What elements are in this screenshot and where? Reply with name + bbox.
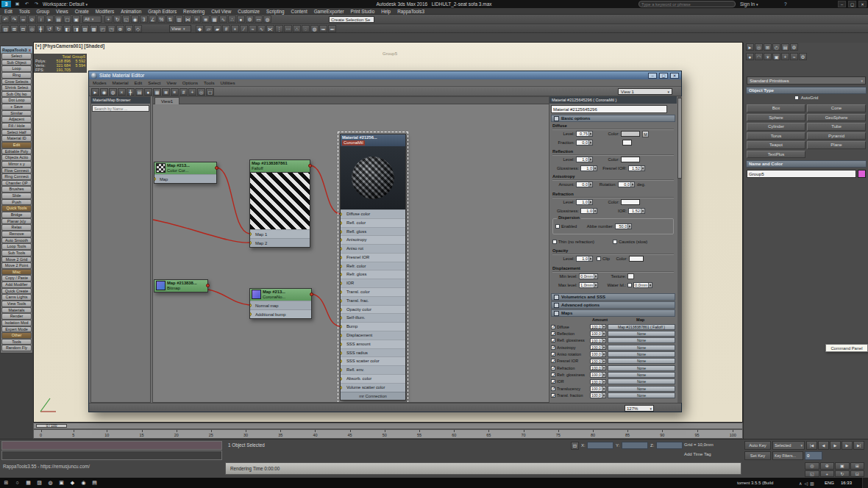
material-slot-row[interactable]: Refl. color: [341, 218, 405, 227]
primitive-button[interactable]: Torus: [747, 132, 805, 140]
caustics-checkbox[interactable]: [613, 240, 617, 244]
rappatools-button[interactable]: Editable Poly: [1, 148, 32, 155]
rappatools-button[interactable]: Brushes: [1, 186, 32, 193]
material-slot-row[interactable]: Diffuse color: [341, 209, 405, 218]
slot-input-dot[interactable]: [154, 177, 156, 181]
bevel-icon[interactable]: ⊖: [125, 25, 133, 32]
map-amount-spinner[interactable]: 100,0: [590, 359, 606, 365]
slot-input-dot[interactable]: [341, 290, 342, 294]
language-indicator[interactable]: ENG: [825, 481, 834, 485]
fov-icon[interactable]: ◱: [805, 470, 819, 478]
slot-input-dot[interactable]: [341, 386, 342, 390]
maxscript-listener-white[interactable]: [1, 451, 222, 460]
pan-icon[interactable]: +: [820, 470, 835, 478]
node-corona-material[interactable]: Material #21256...CoronaMtl Diffuse colo…: [340, 134, 406, 401]
weld-icon[interactable]: ▰: [213, 25, 221, 32]
map-enable-checkbox[interactable]: [551, 373, 555, 377]
primitive-button[interactable]: TextPlus: [747, 151, 805, 159]
freeform-icon[interactable]: ⊟: [19, 25, 27, 32]
rappatools-button[interactable]: Isolation Mod: [1, 320, 32, 326]
layer-manager-icon[interactable]: ≣: [202, 15, 210, 23]
rappatools-button[interactable]: Other: [1, 332, 32, 339]
params-scroll-thumb[interactable]: [677, 98, 682, 179]
rappatools-button[interactable]: Similar: [1, 110, 32, 117]
map-enable-checkbox[interactable]: [551, 352, 555, 356]
node-bitmap[interactable]: Map #213838...Bitmap: [154, 279, 208, 293]
reference-coordinate-dropdown[interactable]: View▾: [169, 25, 191, 32]
menu-item[interactable]: Civil View: [211, 9, 231, 14]
rappatools-button[interactable]: Relax: [1, 224, 32, 231]
slot-input-dot[interactable]: [341, 325, 342, 329]
cameras-icon[interactable]: ▣: [772, 53, 780, 60]
slate-close-button[interactable]: ✕: [670, 73, 679, 79]
zoom-icon[interactable]: ◎: [805, 462, 819, 470]
mirror-icon[interactable]: ⋈: [184, 15, 192, 23]
rappatools-button[interactable]: Select: [1, 53, 32, 60]
rotate-icon[interactable]: ↻: [113, 15, 121, 23]
map-slot-button[interactable]: Map #2138387861 ( Falloff ): [608, 324, 675, 330]
slate-maximize-button[interactable]: ▢: [659, 73, 668, 79]
rappatools-button[interactable]: Cams Lights: [1, 294, 32, 301]
material-slot-row[interactable]: Absorb. color: [341, 374, 405, 383]
slot-input-dot[interactable]: [341, 256, 342, 259]
set-key-button[interactable]: Set Key: [744, 451, 771, 460]
selection-lock-icon[interactable]: ⊡: [571, 442, 579, 450]
slot-input-dot[interactable]: [250, 304, 252, 307]
layout-children-icon[interactable]: ≡: [171, 88, 179, 96]
opacity-level-spinner[interactable]: 1,0: [576, 256, 593, 262]
slot-input-dot[interactable]: [341, 265, 342, 268]
material-slot-row[interactable]: Volume scatter color: [341, 383, 405, 392]
zoom-extents-icon[interactable]: ▣: [835, 462, 850, 470]
material-slot-row[interactable]: Transl. color: [341, 287, 405, 296]
material-slot-row[interactable]: Refl. env.: [341, 365, 405, 374]
map-enable-checkbox[interactable]: [551, 393, 555, 398]
angle-snap-icon[interactable]: ∠: [149, 15, 157, 23]
slate-material-editor-window[interactable]: Slate Material Editor – ▢ ✕ ModesMateria…: [88, 71, 682, 412]
sign-in-button[interactable]: Sign In ▾: [740, 1, 758, 7]
dispersion-enabled-checkbox[interactable]: [555, 224, 560, 229]
y-coord-field[interactable]: [622, 442, 648, 449]
primitive-button[interactable]: Plane: [807, 141, 866, 149]
slot-input-dot[interactable]: [250, 241, 252, 245]
rappatools-button[interactable]: Edit: [1, 142, 32, 148]
spacewarps-icon[interactable]: ≈: [790, 53, 798, 60]
bind-spacewarp-icon[interactable]: ≀: [37, 15, 45, 23]
schematic-view-icon[interactable]: ∴: [228, 15, 236, 23]
menu-item[interactable]: Edit: [4, 9, 13, 14]
rappatools-button[interactable]: Grow Selects: [1, 79, 32, 85]
help-icon[interactable]: ?: [784, 1, 787, 7]
node-slot[interactable]: Additional bump: [250, 309, 311, 318]
render-production-icon[interactable]: ◍: [263, 15, 271, 23]
chamfer-icon[interactable]: ◆: [196, 25, 204, 32]
array-icon[interactable]: ⋮: [275, 25, 283, 32]
rappatools-button[interactable]: Ring: [1, 72, 32, 79]
map-enable-checkbox[interactable]: [551, 387, 555, 391]
slate-menu-item[interactable]: View: [166, 80, 176, 85]
material-slot-row[interactable]: SSS radius: [341, 348, 405, 357]
slot-input-dot[interactable]: [341, 351, 342, 355]
map-amount-spinner[interactable]: 100,0: [590, 351, 606, 357]
max-level-spinner[interactable]: 1,0mm: [579, 282, 598, 289]
rappatools-button[interactable]: Materials: [1, 307, 32, 314]
layout-all-icon[interactable]: ≣: [162, 88, 170, 96]
volume-icon[interactable]: ◁: [804, 481, 808, 486]
rappatools-button[interactable]: Chamfer OP: [1, 180, 32, 187]
browser-search-input[interactable]: [92, 105, 149, 112]
rappatools-button[interactable]: + Save: [1, 104, 32, 110]
node-falloff[interactable]: Map #2138387861Falloff Map 1 Map 2: [249, 159, 310, 248]
slot-input-dot[interactable]: [341, 368, 342, 372]
next-frame-icon[interactable]: ▶: [842, 441, 853, 450]
primitive-button[interactable]: Teapot: [747, 141, 805, 149]
add-time-tag[interactable]: Add Time Tag: [684, 452, 711, 456]
extrude-icon[interactable]: ⊕: [116, 25, 124, 32]
slate-menu-item[interactable]: Modes: [93, 80, 107, 85]
reflection-gloss-spinner[interactable]: 1,0: [580, 165, 597, 172]
menu-item[interactable]: Modifiers: [96, 9, 115, 14]
rappatools-button[interactable]: Sub Obj Iso: [1, 91, 32, 98]
orbit-icon[interactable]: ↻: [835, 470, 850, 478]
slate-view-selector[interactable]: View 1▾: [618, 88, 672, 95]
menu-item[interactable]: Create: [75, 9, 89, 14]
rappatools-button[interactable]: Fill / Hole: [1, 123, 32, 129]
material-slot-row[interactable]: Refl. gloss: [341, 227, 405, 236]
zoom-all-icon[interactable]: ⊕: [820, 462, 835, 470]
